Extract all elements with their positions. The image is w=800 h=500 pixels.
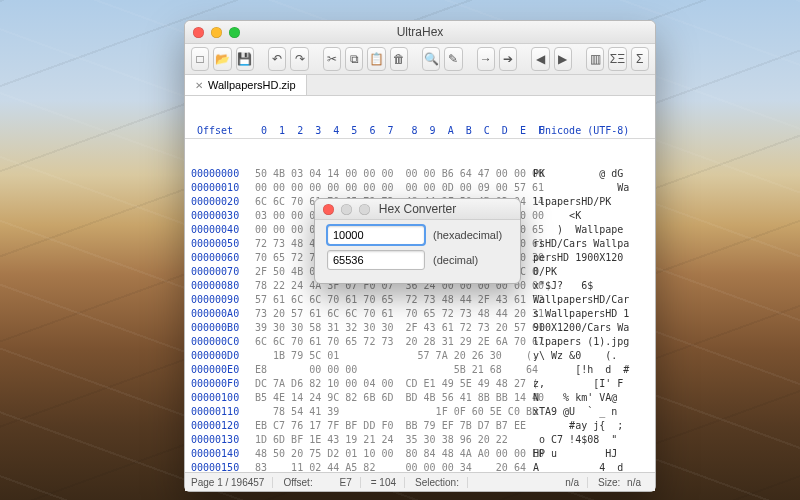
bytes-cell[interactable]: 1D 6D BF 1E 43 19 21 24 35 30 38 96 20 2… bbox=[255, 433, 527, 447]
ascii-cell[interactable]: y\ Wz &0 (. bbox=[527, 349, 655, 363]
search-icon[interactable]: 🔍 bbox=[422, 47, 440, 71]
hex-converter-dialog[interactable]: Hex Converter (hexadecimal) (decimal) bbox=[314, 198, 521, 284]
ascii-cell[interactable]: PK @ dG bbox=[527, 167, 655, 181]
decimal-label: (decimal) bbox=[433, 254, 478, 266]
bytes-cell[interactable]: EB C7 76 17 7F BF DD F0 BB 79 EF 7B D7 B… bbox=[255, 419, 527, 433]
open-file-icon[interactable]: 📂 bbox=[213, 47, 231, 71]
hex-row[interactable]: 000000E0E8 00 00 00 5B 21 68 64 [!h d # bbox=[185, 363, 655, 377]
ascii-cell[interactable]: persHD 1900X120 bbox=[527, 251, 655, 265]
bytes-cell[interactable]: B5 4E 14 24 9C 82 6B 6D BD 4B 56 41 8B B… bbox=[255, 391, 527, 405]
bytes-cell[interactable]: 57 61 6C 6C 70 61 70 65 72 73 48 44 2F 4… bbox=[255, 293, 527, 307]
ascii-cell[interactable]: Wa bbox=[527, 181, 655, 195]
ascii-cell[interactable]: 900X1200/Cars Wa bbox=[527, 321, 655, 335]
zoom-icon[interactable] bbox=[229, 27, 240, 38]
ascii-cell[interactable]: rsHD/Cars Wallpa bbox=[527, 237, 655, 251]
col-bytes: 0 1 2 3 4 5 6 7 8 9 A B C D E F bbox=[255, 124, 527, 138]
ascii-cell[interactable]: x"$J? 6$ bbox=[527, 279, 655, 293]
ascii-cell[interactable]: <K bbox=[527, 209, 655, 223]
offset-cell: 00000080 bbox=[185, 279, 255, 293]
status-selection-value: n/a bbox=[565, 477, 588, 488]
bytes-cell[interactable]: 50 4B 03 04 14 00 00 00 00 00 B6 64 47 0… bbox=[255, 167, 527, 181]
bytes-cell[interactable]: 00 00 00 00 00 00 00 00 00 00 0D 00 09 0… bbox=[255, 181, 527, 195]
undo-icon[interactable]: ↶ bbox=[268, 47, 286, 71]
status-size: Size: n/a bbox=[598, 477, 649, 488]
ascii-cell[interactable]: llpapersHD/PK bbox=[527, 195, 655, 209]
bytes-cell[interactable]: E8 00 00 00 5B 21 68 64 bbox=[255, 363, 527, 377]
offset-cell: 000000A0 bbox=[185, 307, 255, 321]
ascii-cell[interactable]: HP u HJ bbox=[527, 447, 655, 461]
step-fwd-icon[interactable]: ▶ bbox=[554, 47, 572, 71]
new-file-icon[interactable]: □ bbox=[191, 47, 209, 71]
tab-file[interactable]: ✕ WallpapersHD.zip bbox=[185, 75, 307, 95]
nav-fwd-icon[interactable]: ➔ bbox=[499, 47, 517, 71]
hex-row[interactable]: 000000C06C 6C 70 61 70 65 72 73 20 28 31… bbox=[185, 335, 655, 349]
ascii-cell[interactable]: ) Wallpape bbox=[527, 223, 655, 237]
bytes-cell[interactable]: 83 11 02 44 A5 82 00 00 00 34 20 64 bbox=[255, 461, 527, 472]
columns-icon[interactable]: ▥ bbox=[586, 47, 604, 71]
nav-back-icon[interactable]: → bbox=[477, 47, 495, 71]
copy-icon[interactable]: ⧉ bbox=[345, 47, 363, 71]
bytes-cell[interactable]: 48 50 20 75 D2 01 10 00 80 84 48 4A A0 0… bbox=[255, 447, 527, 461]
minimize-icon[interactable] bbox=[341, 204, 352, 215]
bytes-cell[interactable]: 1B 79 5C 01 57 7A 20 26 30 (. bbox=[255, 349, 527, 363]
bytes-cell[interactable]: 39 30 30 58 31 32 30 30 2F 43 61 72 73 2… bbox=[255, 321, 527, 335]
status-bar: Page 1 / 196457 Offset: E7 = 104 Selecti… bbox=[185, 472, 655, 491]
hex-row[interactable]: 00000110 78 54 41 39 1F 0F 60 5E C0 BBxT… bbox=[185, 405, 655, 419]
hex-row[interactable]: 000000D0 1B 79 5C 01 57 7A 20 26 30 (.y\… bbox=[185, 349, 655, 363]
paste-icon[interactable]: 📋 bbox=[367, 47, 385, 71]
close-tab-icon[interactable]: ✕ bbox=[195, 80, 203, 91]
cut-icon[interactable]: ✂ bbox=[323, 47, 341, 71]
window-title: UltraHex bbox=[185, 25, 655, 39]
ascii-cell[interactable]: WallpapersHD/Car bbox=[527, 293, 655, 307]
bytes-cell[interactable]: 6C 6C 70 61 70 65 72 73 20 28 31 29 2E 6… bbox=[255, 335, 527, 349]
save-icon[interactable]: 💾 bbox=[236, 47, 254, 71]
inspect-icon[interactable]: ✎ bbox=[444, 47, 462, 71]
modal-titlebar[interactable]: Hex Converter bbox=[315, 199, 520, 220]
hex-row[interactable]: 000000F0DC 7A D6 82 10 00 04 00 CD E1 49… bbox=[185, 377, 655, 391]
hex-input[interactable] bbox=[327, 225, 425, 245]
offset-cell: 00000090 bbox=[185, 293, 255, 307]
hex-row[interactable]: 00000100B5 4E 14 24 9C 82 6B 6D BD 4B 56… bbox=[185, 391, 655, 405]
ascii-cell[interactable]: o C7 !4$08 " bbox=[527, 433, 655, 447]
transform-icon[interactable]: ΣΞ bbox=[608, 47, 626, 71]
hex-view[interactable]: Offset 0 1 2 3 4 5 6 7 8 9 A B C D E F U… bbox=[185, 96, 655, 472]
bytes-cell[interactable]: DC 7A D6 82 10 00 04 00 CD E1 49 5E 49 4… bbox=[255, 377, 527, 391]
close-icon[interactable] bbox=[323, 204, 334, 215]
ascii-cell[interactable]: N % km' VA@ bbox=[527, 391, 655, 405]
bytes-cell[interactable]: 78 54 41 39 1F 0F 60 5E C0 BB bbox=[255, 405, 527, 419]
offset-cell: 00000150 bbox=[185, 461, 255, 472]
hex-row[interactable]: 0000001000 00 00 00 00 00 00 00 00 00 0D… bbox=[185, 181, 655, 195]
ascii-cell[interactable]: #ay j{ ; bbox=[527, 419, 655, 433]
decimal-input[interactable] bbox=[327, 250, 425, 270]
redo-icon[interactable]: ↷ bbox=[290, 47, 308, 71]
step-back-icon[interactable]: ◀ bbox=[531, 47, 549, 71]
titlebar[interactable]: UltraHex bbox=[185, 21, 655, 44]
ascii-cell[interactable]: llpapers (1).jpg bbox=[527, 335, 655, 349]
hex-row[interactable]: 0000009057 61 6C 6C 70 61 70 65 72 73 48… bbox=[185, 293, 655, 307]
ascii-cell[interactable]: 0/PK bbox=[527, 265, 655, 279]
hex-row[interactable]: 0000015083 11 02 44 A5 82 00 00 00 34 20… bbox=[185, 461, 655, 472]
offset-cell: 00000130 bbox=[185, 433, 255, 447]
hex-row[interactable]: 000001301D 6D BF 1E 43 19 21 24 35 30 38… bbox=[185, 433, 655, 447]
hex-row[interactable]: 000000A073 20 57 61 6C 6C 70 61 70 65 72… bbox=[185, 307, 655, 321]
sigma-icon[interactable]: Σ bbox=[631, 47, 649, 71]
ascii-cell[interactable]: z, [I' F bbox=[527, 377, 655, 391]
offset-cell: 00000110 bbox=[185, 405, 255, 419]
offset-cell: 00000120 bbox=[185, 419, 255, 433]
ascii-cell[interactable]: [!h d # bbox=[527, 363, 655, 377]
hex-row[interactable]: 0000014048 50 20 75 D2 01 10 00 80 84 48… bbox=[185, 447, 655, 461]
offset-cell: 00000070 bbox=[185, 265, 255, 279]
ascii-cell[interactable]: s WallpapersHD 1 bbox=[527, 307, 655, 321]
minimize-icon[interactable] bbox=[211, 27, 222, 38]
hex-row[interactable]: 000000B039 30 30 58 31 32 30 30 2F 43 61… bbox=[185, 321, 655, 335]
desktop-wallpaper: UltraHex □📂💾↶↷✂⧉📋🗑🔍✎→➔◀▶▥ΣΞΣ ✕ Wallpaper… bbox=[0, 0, 800, 500]
ascii-cell[interactable]: A 4 d bbox=[527, 461, 655, 472]
hex-row[interactable]: 00000120EB C7 76 17 7F BF DD F0 BB 79 EF… bbox=[185, 419, 655, 433]
hex-row[interactable]: 0000000050 4B 03 04 14 00 00 00 00 00 B6… bbox=[185, 167, 655, 181]
ascii-cell[interactable]: xTA9 @U ` _ n bbox=[527, 405, 655, 419]
offset-cell: 00000140 bbox=[185, 447, 255, 461]
close-icon[interactable] bbox=[193, 27, 204, 38]
bytes-cell[interactable]: 73 20 57 61 6C 6C 70 61 70 65 72 73 48 4… bbox=[255, 307, 527, 321]
zoom-icon[interactable] bbox=[359, 204, 370, 215]
delete-icon[interactable]: 🗑 bbox=[390, 47, 408, 71]
